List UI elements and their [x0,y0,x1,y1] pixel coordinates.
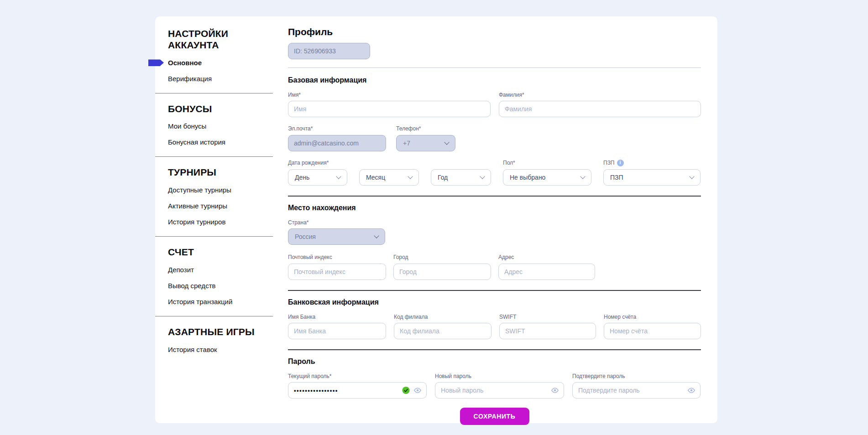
current-password-field: Текущий пароль* [288,373,427,399]
bank-name-input[interactable] [288,323,386,339]
swift-field: SWIFT [499,314,596,339]
divider [288,67,701,68]
phone-code-field: Телефон* +7 [396,125,455,151]
confirm-password-input[interactable] [572,382,701,399]
first-name-label: Имя* [288,92,491,98]
country-field: Страна* Россия [288,219,385,245]
sidebar-item-label: История турниров [168,218,225,226]
save-button[interactable]: СОХРАНИТЬ [460,408,529,425]
eye-icon[interactable] [551,388,559,394]
address-row: Почтовый индекс Город Адрес [288,254,701,280]
first-name-input[interactable] [288,101,491,117]
sidebar-item-bet-history[interactable]: История ставок [168,346,273,354]
gender-label: Пол* [503,160,591,166]
chevron-down-icon [336,174,341,179]
sidebar-divider [155,316,273,316]
last-name-input[interactable] [499,101,701,117]
sidebar-item-tournament-history[interactable]: История турниров [168,218,273,226]
swift-label: SWIFT [499,314,596,320]
birth-year-field: Год [431,169,491,186]
bank-name-label: Имя Банка [288,314,386,320]
profile-content: Профиль Базовая информация Имя* Фамилия*… [288,26,701,419]
chevron-down-icon [689,174,694,179]
section-title-bank-info: Банковская информация [288,298,701,306]
swift-input[interactable] [499,323,596,339]
bank-row: Имя Банка Код филиала SWIFT Номер счёта [288,314,701,339]
new-password-input[interactable] [435,382,564,399]
chevron-down-icon [580,174,585,179]
section-title-location: Место нахождения [288,204,701,212]
gender-field: Пол* Не выбрано [503,160,591,185]
postal-code-input[interactable] [288,264,386,280]
info-icon[interactable]: i [617,160,624,166]
sidebar-item-label: Доступные турниры [168,186,231,194]
sidebar-item-transaction-history[interactable]: История транзакций [168,298,273,306]
eye-icon[interactable] [413,388,422,394]
new-password-label: Новый пароль [435,373,564,379]
sidebar-item-main[interactable]: Основное [168,59,273,67]
email-input [288,135,386,151]
last-name-label: Фамилия* [499,92,701,98]
sidebar-group-tournaments: ТУРНИРЫ Доступные турниры Активные турни… [168,167,273,226]
country-value: Россия [295,233,316,240]
contact-row: Эл.почта* Телефон* +7 [288,125,701,151]
sidebar-item-verification[interactable]: Верификация [168,75,273,83]
postal-code-field: Почтовый индекс [288,254,386,280]
chevron-down-icon [444,140,449,145]
birth-year-select[interactable]: Год [431,169,491,186]
city-input[interactable] [393,264,491,280]
birth-month-select[interactable]: Месяц [359,169,419,186]
sidebar-group-title: СЧЕТ [168,247,273,258]
sidebar-divider [155,236,273,237]
settings-card: НАСТРОЙКИ АККАУНТА Основное Верификация … [155,16,717,423]
sidebar-group-account-settings: НАСТРОЙКИ АККАУНТА Основное Верификация [168,28,273,83]
email-field: Эл.почта* [288,125,386,151]
sidebar-item-withdrawal[interactable]: Вывод средств [168,282,273,290]
valid-check-icon [402,387,410,394]
birth-day-select[interactable]: День [288,169,347,186]
phone-label: Телефон* [396,125,455,132]
divider [288,290,701,291]
new-password-input-wrap [435,382,564,399]
account-number-input[interactable] [604,323,701,339]
sidebar-item-my-bonuses[interactable]: Мои бонусы [168,122,273,130]
bank-name-field: Имя Банка [288,314,386,339]
confirm-password-label: Подтвердите пароль [572,373,701,379]
confirm-password-input-wrap [572,382,701,399]
branch-code-input[interactable] [394,323,492,339]
birth-month-value: Месяц [366,174,385,181]
sidebar-item-deposit[interactable]: Депозит [168,266,273,274]
sidebar-item-label: Бонусная история [168,138,225,146]
phone-code-value: +7 [403,140,410,147]
sidebar-item-label: История ставок [168,346,217,353]
birth-year-value: Год [438,174,448,181]
branch-code-field: Код филиала [394,314,492,339]
branch-code-label: Код филиала [394,314,492,320]
sidebar: НАСТРОЙКИ АККАУНТА Основное Верификация … [168,26,273,419]
eye-icon[interactable] [687,388,695,394]
chevron-down-icon [374,233,379,238]
pzp-field: ПЗП i ПЗП [603,160,701,186]
current-password-input-wrap [288,382,427,399]
phone-code-select: +7 [396,135,455,151]
sidebar-item-label: Активные турниры [168,202,227,210]
gender-select[interactable]: Не выбрано [503,169,591,186]
email-label: Эл.почта* [288,125,386,132]
pzp-value: ПЗП [610,174,623,181]
sidebar-group-gambling: АЗАРТНЫЕ ИГРЫ История ставок [168,326,273,354]
pzp-select[interactable]: ПЗП [603,169,701,186]
address-input[interactable] [498,264,595,280]
sidebar-item-bonus-history[interactable]: Бонусная история [168,138,273,146]
confirm-password-field: Подтвердите пароль [572,373,701,399]
country-row: Страна* Россия [288,219,701,245]
sidebar-item-active-tournaments[interactable]: Активные турниры [168,202,273,210]
divider [288,196,701,197]
account-number-label: Номер счёта [604,314,701,320]
birth-date-label: Дата рождения* [288,160,347,166]
sidebar-item-available-tournaments[interactable]: Доступные турниры [168,186,273,194]
country-label: Страна* [288,219,385,226]
birth-gender-row: Дата рождения* День Месяц Год Пол [288,160,701,186]
sidebar-item-label: История транзакций [168,298,232,306]
city-label: Город [393,254,491,260]
address-field: Адрес [498,254,595,280]
